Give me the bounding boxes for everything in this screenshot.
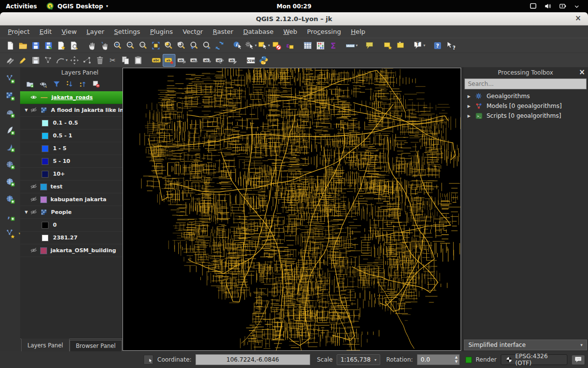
clock[interactable]: Mon 00:29 bbox=[276, 3, 311, 10]
legend-class-row[interactable]: 2381.27 bbox=[20, 232, 140, 244]
add-circular-string-button[interactable]: ▾ bbox=[55, 54, 68, 67]
move-label-button[interactable]: ab bbox=[201, 54, 214, 67]
field-calculator-button[interactable] bbox=[314, 39, 327, 52]
processing-panel-close-button[interactable]: × bbox=[579, 68, 585, 77]
layer-row[interactable]: jakarta_OSM_building bbox=[20, 244, 140, 257]
menu-project[interactable]: Project bbox=[3, 26, 35, 37]
copy-features-button[interactable] bbox=[119, 54, 132, 67]
spin-up-icon[interactable]: ▲ bbox=[455, 355, 457, 360]
legend-class-row[interactable]: 0.5 - 1 bbox=[20, 130, 140, 142]
toggle-editing-button[interactable] bbox=[17, 54, 29, 67]
help-button[interactable]: ? bbox=[431, 39, 444, 52]
dropdown-arrow-icon[interactable]: ▾ bbox=[268, 43, 270, 48]
visibility-off-icon[interactable] bbox=[30, 195, 40, 204]
pan-map-button[interactable] bbox=[86, 39, 98, 52]
menu-raster[interactable]: Raster bbox=[208, 26, 238, 37]
pan-to-selection-button[interactable] bbox=[98, 39, 111, 52]
menu-web[interactable]: Web bbox=[278, 26, 302, 37]
expander-icon[interactable]: ▶ bbox=[467, 104, 471, 108]
app-menu[interactable]: QGIS Desktop ▾ bbox=[47, 2, 108, 10]
add-spatialite-layer-button[interactable] bbox=[3, 124, 18, 137]
layer-row[interactable]: ▼A flood in Jakarta like in 2007 bbox=[20, 104, 140, 117]
layer-row[interactable]: ▼People bbox=[20, 206, 140, 219]
add-group-button[interactable] bbox=[25, 79, 35, 89]
add-postgis-layer-button[interactable] bbox=[3, 106, 18, 120]
whats-this-button[interactable]: ? bbox=[444, 39, 457, 52]
delete-selected-button[interactable] bbox=[94, 54, 106, 67]
run-feature-action-button[interactable]: ▾ bbox=[244, 39, 257, 52]
messages-button[interactable] bbox=[571, 355, 585, 365]
expand-all-button[interactable] bbox=[65, 79, 74, 89]
zoom-full-button[interactable] bbox=[149, 39, 162, 52]
expander-icon[interactable]: ▶ bbox=[467, 114, 471, 118]
measure-button[interactable]: ▾ bbox=[345, 39, 358, 52]
add-vector-layer-button[interactable] bbox=[3, 72, 18, 86]
coordinate-toggle-button[interactable] bbox=[144, 355, 153, 365]
system-tray[interactable] bbox=[529, 2, 588, 10]
add-oracle-layer-button[interactable] bbox=[3, 158, 18, 172]
move-feature-button[interactable] bbox=[68, 54, 81, 67]
rotation-spinner[interactable]: 0.0 ▲▼ bbox=[417, 354, 460, 365]
metasearch-button[interactable]: CSW bbox=[245, 54, 257, 67]
map-viewport[interactable] bbox=[122, 68, 461, 351]
layer-row[interactable]: test bbox=[20, 181, 140, 193]
zoom-to-selection-button[interactable] bbox=[162, 39, 175, 52]
legend-class-row[interactable]: 0.1 - 0.5 bbox=[20, 117, 140, 130]
menu-view[interactable]: View bbox=[57, 26, 82, 37]
add-wms-layer-button[interactable] bbox=[3, 175, 18, 189]
new-shapefile-layer-button[interactable]: ▾ bbox=[3, 227, 18, 240]
visibility-off-icon[interactable] bbox=[30, 246, 40, 255]
pin-labels-button[interactable]: ab bbox=[175, 54, 188, 67]
python-console-button[interactable] bbox=[257, 54, 270, 67]
zoom-to-layer-button[interactable] bbox=[175, 39, 188, 52]
legend-class-row[interactable]: 0 bbox=[20, 219, 140, 232]
collapse-all-button[interactable] bbox=[78, 79, 88, 89]
tab-layers-panel[interactable]: Layers Panel bbox=[21, 339, 70, 351]
new-composer-button[interactable] bbox=[55, 39, 68, 52]
chevron-down-icon[interactable] bbox=[573, 3, 580, 10]
add-wcs-layer-button[interactable] bbox=[3, 192, 18, 206]
open-attribute-table-button[interactable] bbox=[301, 39, 314, 52]
composer-manager-button[interactable] bbox=[68, 39, 80, 52]
deselect-all-button[interactable] bbox=[270, 39, 283, 52]
menu-plugins[interactable]: Plugins bbox=[145, 26, 178, 37]
new-bookmark-button[interactable] bbox=[382, 39, 394, 52]
legend-class-row[interactable]: 10+ bbox=[20, 168, 140, 181]
identify-button[interactable]: i bbox=[231, 39, 244, 52]
show-hide-labels-button[interactable]: ab bbox=[188, 54, 201, 67]
add-raster-layer-button[interactable] bbox=[3, 89, 18, 103]
current-edits-button[interactable] bbox=[4, 54, 17, 67]
window-icon[interactable] bbox=[529, 2, 538, 10]
spin-down-icon[interactable]: ▼ bbox=[455, 360, 457, 364]
window-close-button[interactable]: × bbox=[575, 14, 581, 23]
dropdown-arrow-icon[interactable]: ▾ bbox=[66, 58, 68, 62]
manage-visibility-button[interactable] bbox=[38, 79, 48, 89]
zoom-out-button[interactable] bbox=[124, 39, 137, 52]
save-project-as-button[interactable] bbox=[42, 39, 55, 52]
visibility-on-icon[interactable] bbox=[30, 93, 40, 102]
remove-layer-button[interactable] bbox=[91, 79, 101, 89]
menu-edit[interactable]: Edit bbox=[35, 26, 57, 37]
layer-row[interactable]: jakarta_roads bbox=[20, 91, 140, 104]
save-project-button[interactable] bbox=[29, 39, 42, 52]
open-project-button[interactable] bbox=[17, 39, 29, 52]
coordinate-input[interactable] bbox=[196, 354, 310, 365]
battery-icon[interactable] bbox=[559, 2, 567, 10]
render-checkbox[interactable] bbox=[466, 357, 472, 363]
processing-item-scripts[interactable]: ▶>_Scripts [0 geoalgorithms] bbox=[463, 111, 588, 121]
expander-icon[interactable]: ▼ bbox=[23, 108, 30, 112]
tab-browser-panel[interactable]: Browser Panel bbox=[70, 340, 122, 352]
layer-row[interactable]: kabupaten jakarta bbox=[20, 193, 140, 206]
crs-status-button[interactable]: EPSG:4326 (OTF) bbox=[501, 354, 567, 365]
select-by-expression-button[interactable]: ε bbox=[283, 39, 296, 52]
menu-layer[interactable]: Layer bbox=[82, 26, 109, 37]
zoom-last-button[interactable] bbox=[188, 39, 200, 52]
legend-class-row[interactable]: 5 - 10 bbox=[20, 155, 140, 168]
label-settings-button[interactable]: abc bbox=[150, 54, 163, 67]
map-tips-button[interactable] bbox=[364, 39, 376, 52]
show-bookmarks-button[interactable] bbox=[394, 39, 407, 52]
menu-help[interactable]: Help bbox=[346, 26, 370, 37]
save-edits-button[interactable] bbox=[29, 54, 42, 67]
visibility-off-icon[interactable] bbox=[30, 106, 40, 114]
zoom-native-button[interactable]: 1:1 bbox=[137, 39, 149, 52]
